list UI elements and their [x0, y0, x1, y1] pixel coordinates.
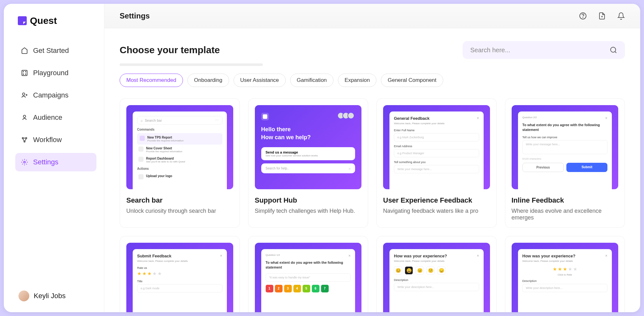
template-preview: Hello thereHow can we help? Send us a me…: [255, 105, 362, 189]
sidebar-item-get-started[interactable]: Get Started: [15, 41, 96, 60]
gear-icon: [21, 159, 28, 166]
content-area: Choose your template Most Recommended On…: [104, 28, 640, 312]
logo-icon: [18, 16, 27, 25]
user-plus-icon: [21, 92, 28, 99]
sidebar-item-label: Settings: [33, 158, 59, 166]
chip-gamification[interactable]: Gamification: [290, 74, 333, 87]
search-input[interactable]: [470, 47, 606, 54]
template-preview: × Question 1/2 To what extent do you agr…: [255, 243, 362, 312]
sidebar-nav: Get Started Playground Campaigns Audienc…: [15, 41, 96, 287]
template-preview: ⌕Search bar⋯ Commands New TPS ReportProv…: [126, 105, 233, 189]
topbar-actions: [579, 12, 625, 20]
chip-expansion[interactable]: Expansion: [338, 74, 376, 87]
bookmark-icon[interactable]: [598, 12, 606, 20]
template-preview: × How was your experience? Welcome back,…: [383, 243, 490, 312]
sidebar-item-label: Workflow: [33, 136, 62, 144]
svg-point-5: [23, 93, 25, 95]
template-preview: × General Feedback Welcome back, Please …: [383, 105, 490, 189]
svg-point-8: [26, 138, 27, 139]
chip-most-recommended[interactable]: Most Recommended: [120, 74, 183, 87]
sidebar-item-campaigns[interactable]: Campaigns: [15, 86, 96, 104]
template-card[interactable]: Hello thereHow can we help? Send us a me…: [248, 98, 368, 228]
template-card[interactable]: × Submit Feedback Welcome back, Please c…: [120, 236, 240, 312]
search-box[interactable]: [463, 41, 625, 59]
svg-point-3: [23, 74, 24, 75]
main-content: Settings Choose your template Most Recom…: [104, 4, 640, 312]
grid-icon: [21, 69, 28, 76]
template-title: Support Hub: [255, 196, 362, 205]
user-name: Keyli Jobs: [34, 292, 66, 300]
svg-point-4: [25, 74, 26, 75]
template-desc: Simplify tech challenges with Help Hub.: [255, 208, 362, 214]
bell-icon[interactable]: [617, 12, 625, 20]
brand-name: Quest: [30, 15, 57, 26]
chip-general-component[interactable]: General Component: [381, 74, 443, 87]
template-desc: Where ideas evolve and excellence emerge…: [512, 208, 619, 221]
template-card[interactable]: × General Feedback Welcome back, Please …: [376, 98, 497, 228]
sidebar-item-playground[interactable]: Playground: [15, 64, 96, 82]
template-preview: × How was your experience? Welcome back,…: [512, 243, 619, 312]
user-icon: [21, 114, 28, 121]
svg-point-10: [24, 161, 25, 163]
content-header: Choose your template: [120, 41, 625, 59]
chip-onboarding[interactable]: Onboarding: [187, 74, 229, 87]
template-card[interactable]: × Question 2/2 To what extent do you agr…: [505, 98, 625, 228]
template-card[interactable]: × How was your experience? Welcome back,…: [376, 236, 497, 312]
app-window: Quest Get Started Playground Campaigns A…: [4, 4, 640, 312]
svg-point-13: [611, 47, 616, 52]
help-icon[interactable]: [579, 12, 587, 20]
sidebar-item-audience[interactable]: Audience: [15, 108, 96, 127]
chip-user-assistance[interactable]: User Assistance: [234, 74, 286, 87]
template-grid: ⌕Search bar⋯ Commands New TPS ReportProv…: [120, 98, 625, 312]
sidebar-item-label: Get Started: [33, 47, 69, 55]
svg-point-1: [23, 71, 24, 72]
template-card[interactable]: × How was your experience? Welcome back,…: [505, 236, 625, 312]
svg-point-2: [25, 71, 26, 72]
section-title: Choose your template: [120, 45, 220, 55]
sidebar-item-label: Playground: [33, 69, 68, 77]
svg-point-7: [22, 138, 24, 139]
filter-chips: Most Recommended Onboarding User Assista…: [120, 74, 625, 87]
sidebar-item-workflow[interactable]: Workflow: [15, 131, 96, 149]
template-preview: × Submit Feedback Welcome back, Please c…: [126, 243, 233, 312]
avatar: [18, 291, 29, 301]
template-title: User Experience Feedback: [383, 196, 490, 205]
search-icon: [610, 46, 617, 54]
template-preview: × Question 2/2 To what extent do you agr…: [512, 105, 619, 189]
page-title: Settings: [120, 11, 150, 20]
template-desc: Navigating feedback waters like a pro: [383, 208, 490, 214]
workflow-icon: [21, 136, 28, 143]
template-title: Inline Feedback: [512, 196, 619, 205]
template-desc: Unlock curiosity through search bar: [126, 208, 233, 214]
user-profile[interactable]: Keyli Jobs: [15, 287, 96, 305]
svg-point-12: [583, 18, 583, 18]
sidebar-item-label: Campaigns: [33, 91, 68, 99]
sidebar-item-settings[interactable]: Settings: [15, 153, 96, 171]
topbar: Settings: [104, 4, 640, 28]
sidebar: Quest Get Started Playground Campaigns A…: [4, 4, 104, 312]
svg-point-6: [23, 115, 25, 118]
svg-rect-0: [22, 70, 27, 76]
template-card[interactable]: × Question 1/2 To what extent do you agr…: [248, 236, 368, 312]
brand-logo: Quest: [15, 15, 96, 26]
svg-point-9: [24, 141, 25, 142]
home-icon: [21, 47, 28, 54]
sidebar-item-label: Audience: [33, 113, 62, 122]
template-title: Search bar: [126, 196, 233, 205]
template-card[interactable]: ⌕Search bar⋯ Commands New TPS ReportProv…: [120, 98, 240, 228]
progress-bar: [120, 63, 263, 66]
